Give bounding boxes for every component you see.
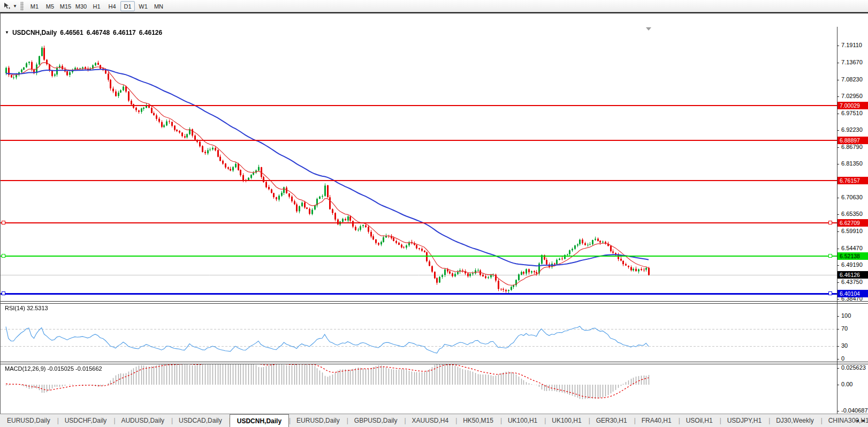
price-level-label: 6.62709 bbox=[837, 219, 868, 227]
macd-chart-canvas[interactable] bbox=[1, 364, 837, 414]
price-level-line[interactable] bbox=[1, 140, 837, 141]
toolbar-grip-handle[interactable] bbox=[20, 2, 24, 11]
chart-tab-xauusd-h4[interactable]: XAUUSD,H4 bbox=[405, 414, 455, 427]
price-tick-mark bbox=[837, 63, 839, 63]
price-tick-label: 6.97510 bbox=[841, 110, 863, 116]
timeframe-button-m15[interactable]: M15 bbox=[58, 1, 73, 11]
chart-open-value: 6.46561 bbox=[60, 29, 83, 36]
timeframe-button-m1[interactable]: M1 bbox=[27, 1, 42, 11]
rsi-tick-mark bbox=[837, 329, 839, 329]
rsi-tick-label: 70 bbox=[841, 325, 848, 332]
macd-indicator-label: MACD(12,26,9) -0.015025 -0.015662 bbox=[5, 365, 102, 372]
chart-tab-uk100-h1[interactable]: UK100,H1 bbox=[545, 414, 588, 427]
price-tick-mark bbox=[837, 198, 839, 198]
timeframe-toolbar: ▼ M1M5M15M30H1H4D1W1MN bbox=[0, 0, 868, 12]
macd-tick-label: 0.00 bbox=[841, 381, 852, 387]
price-tick-label: 6.65350 bbox=[841, 211, 863, 217]
chart-tab-usdjpy-h1[interactable]: USDJPY,H1 bbox=[720, 414, 768, 427]
price-tick-mark bbox=[837, 114, 839, 114]
timeframe-button-m5[interactable]: M5 bbox=[43, 1, 57, 11]
chart-tab-usoil-h1[interactable]: USOil,H1 bbox=[679, 414, 720, 427]
chart-tab-usdcad-daily[interactable]: USDCAD,Daily bbox=[172, 414, 229, 427]
chart-tab-eurusd-daily[interactable]: EURUSD,Daily bbox=[290, 414, 347, 427]
line-handle[interactable] bbox=[2, 254, 5, 258]
price-tick-mark bbox=[837, 96, 839, 97]
price-tick-mark bbox=[837, 299, 839, 299]
line-handle[interactable] bbox=[2, 221, 5, 224]
line-handle[interactable] bbox=[828, 254, 832, 258]
timeframe-button-mn[interactable]: MN bbox=[151, 1, 166, 11]
rsi-panel-top-border bbox=[1, 303, 868, 304]
price-level-label: 6.88897 bbox=[837, 137, 868, 144]
timeframe-button-h1[interactable]: H1 bbox=[89, 1, 104, 11]
chart-high-value: 6.46748 bbox=[87, 29, 110, 36]
cursor-tool-icon[interactable] bbox=[2, 2, 12, 11]
price-level-line[interactable] bbox=[1, 180, 837, 181]
price-tick-mark bbox=[837, 214, 839, 215]
macd-tick-mark bbox=[837, 411, 839, 411]
chart-tab-gbpusd-daily[interactable]: GBPUSD,Daily bbox=[347, 414, 405, 427]
chart-tab-usdcnh-daily[interactable]: USDCNH,Daily bbox=[230, 414, 289, 427]
price-level-line[interactable] bbox=[1, 256, 837, 257]
chart-tab-bar: EURUSD,Daily|USDCHF,Daily|AUDUSD,Daily|U… bbox=[0, 414, 868, 427]
rsi-indicator-label: RSI(14) 32.5313 bbox=[5, 305, 48, 311]
line-handle[interactable] bbox=[828, 221, 832, 224]
chart-tab-usdchf-daily[interactable]: USDCHF,Daily bbox=[58, 414, 114, 427]
chart-tab-uk100-h1[interactable]: UK100,H1 bbox=[501, 414, 544, 427]
tab-scroll-right-icon[interactable]: ► bbox=[861, 414, 867, 427]
price-tick-label: 7.08230 bbox=[841, 76, 863, 83]
price-tick-label: 6.43750 bbox=[841, 279, 863, 285]
price-level-label: 6.76157 bbox=[837, 177, 868, 184]
chart-shift-marker-icon bbox=[646, 27, 651, 31]
timeframe-button-h4[interactable]: H4 bbox=[105, 1, 119, 11]
price-tick-mark bbox=[837, 231, 839, 232]
chart-close-value: 6.46126 bbox=[139, 29, 162, 36]
timeframe-button-w1[interactable]: W1 bbox=[136, 1, 150, 11]
macd-panel-top-border bbox=[1, 364, 868, 364]
chart-window: ▼ USDCNH,Daily 6.46561 6.46748 6.46117 6… bbox=[0, 12, 868, 414]
rsi-tick-label: 0 bbox=[841, 355, 844, 362]
tab-scroll-left-icon[interactable]: ◄ bbox=[854, 414, 861, 427]
main-panel-bottom-border bbox=[1, 301, 868, 302]
rsi-tick-mark bbox=[837, 359, 839, 359]
price-tick-mark bbox=[837, 265, 839, 266]
chart-low-value: 6.46117 bbox=[113, 29, 136, 36]
price-tick-mark bbox=[837, 130, 839, 131]
rsi-tick-mark bbox=[837, 316, 839, 317]
timeframe-buttons: M1M5M15M30H1H4D1W1MN bbox=[27, 1, 166, 11]
chart-tab-dj30-weekly[interactable]: DJ30,Weekly bbox=[769, 414, 820, 427]
macd-tick-label: 0.025623 bbox=[841, 364, 866, 371]
price-chart-canvas[interactable] bbox=[1, 27, 837, 301]
timeframe-button-d1[interactable]: D1 bbox=[120, 1, 135, 11]
tool-dropdown-icon[interactable]: ▼ bbox=[12, 4, 18, 9]
macd-tick-mark bbox=[837, 385, 839, 385]
price-tick-label: 6.81350 bbox=[841, 160, 863, 167]
line-handle[interactable] bbox=[2, 291, 5, 295]
rsi-chart-canvas[interactable] bbox=[1, 304, 837, 362]
timeframe-button-m30[interactable]: M30 bbox=[74, 1, 88, 11]
price-level-label: 6.52138 bbox=[837, 252, 868, 260]
price-level-line[interactable] bbox=[1, 222, 837, 223]
price-tick-mark bbox=[837, 164, 839, 164]
price-level-label: 6.40104 bbox=[837, 290, 868, 297]
price-tick-label: 6.92230 bbox=[841, 126, 863, 133]
price-tick-label: 7.02950 bbox=[841, 93, 863, 99]
chart-collapse-icon[interactable]: ▼ bbox=[5, 30, 9, 35]
price-tick-label: 6.54470 bbox=[841, 245, 863, 251]
price-tick-label: 6.86790 bbox=[841, 144, 863, 150]
chart-tab-fra40-h1[interactable]: FRA40,H1 bbox=[635, 414, 679, 427]
price-level-line[interactable] bbox=[1, 293, 837, 295]
price-level-line[interactable] bbox=[1, 105, 837, 106]
price-tick-mark bbox=[837, 46, 839, 46]
chart-symbol-label: USDCNH,Daily bbox=[12, 29, 57, 36]
chart-tab-hk50-m15[interactable]: HK50,M15 bbox=[456, 414, 500, 427]
price-tick-label: 6.59910 bbox=[841, 228, 863, 234]
current-price-label: 6.46126 bbox=[837, 271, 868, 279]
line-handle[interactable] bbox=[828, 291, 832, 295]
price-tick-mark bbox=[837, 147, 839, 148]
chart-title: ▼ USDCNH,Daily 6.46561 6.46748 6.46117 6… bbox=[5, 29, 162, 36]
chart-tab-eurusd-daily[interactable]: EURUSD,Daily bbox=[0, 414, 57, 427]
price-tick-label: 6.70630 bbox=[841, 194, 863, 200]
chart-tab-audusd-daily[interactable]: AUDUSD,Daily bbox=[114, 414, 171, 427]
chart-tab-ger30-h1[interactable]: GER30,H1 bbox=[589, 414, 634, 427]
